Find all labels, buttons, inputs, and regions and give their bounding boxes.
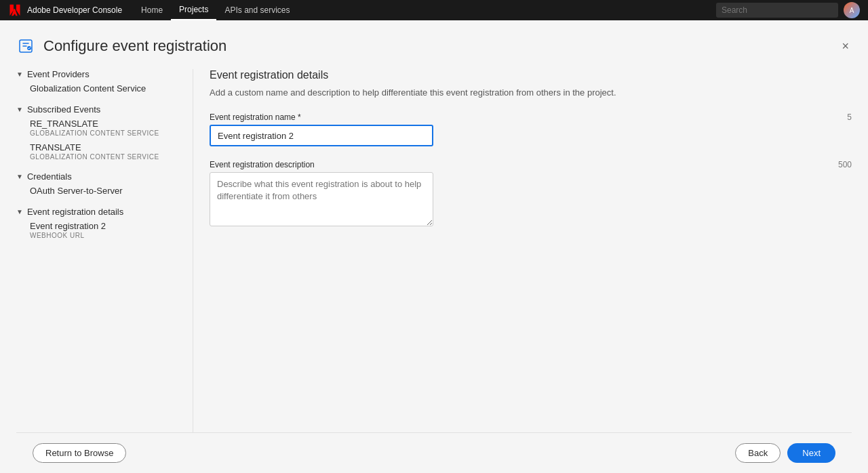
- credentials-label: Credentials: [27, 171, 72, 182]
- next-button[interactable]: Next: [787, 443, 835, 463]
- chevron-down-icon: ▼: [16, 208, 23, 215]
- nav-home[interactable]: Home: [133, 0, 171, 20]
- chevron-down-icon: ▼: [16, 70, 23, 78]
- configure-event-icon: [16, 37, 35, 56]
- subscribed-events-label: Subscribed Events: [27, 104, 100, 115]
- back-button[interactable]: Back: [735, 443, 781, 463]
- event-registration-details-label: Event registration details: [27, 207, 123, 217]
- name-input[interactable]: [210, 125, 433, 146]
- page-title: Configure event registration: [43, 37, 226, 55]
- desc-textarea[interactable]: [210, 172, 433, 226]
- search-input[interactable]: [716, 3, 838, 18]
- adobe-logo-icon: [8, 3, 22, 17]
- event-registration-desc-field: Event registration description 500: [210, 160, 852, 229]
- sidebar-section-subscribed-events-header[interactable]: ▼ Subscribed Events: [16, 104, 179, 115]
- desc-label-row: Event registration description 500: [210, 160, 852, 169]
- sidebar-item-re-translate: RE_TRANSLATE GLOBALIZATION CONTENT SERVI…: [16, 119, 179, 137]
- form-area: Event registration details Add a custom …: [193, 69, 852, 432]
- sidebar-section-event-registration-details: ▼ Event registration details Event regis…: [16, 207, 179, 239]
- top-navigation: Adobe Developer Console Home Projects AP…: [0, 0, 868, 20]
- main-content: Configure event registration × ▼ Event P…: [0, 20, 868, 473]
- sidebar-item-oauth: OAuth Server-to-Server: [16, 186, 179, 196]
- sidebar-item-event-registration-2: Event registration 2 WEBHOOK URL: [16, 221, 179, 239]
- chevron-down-icon: ▼: [16, 173, 23, 180]
- event-providers-label: Event Providers: [27, 69, 90, 79]
- footer-right: Back Next: [735, 443, 835, 463]
- close-button[interactable]: ×: [839, 37, 852, 55]
- event-registration-name-field: Event registration name * 5: [210, 112, 852, 146]
- sidebar-section-event-providers-header[interactable]: ▼ Event Providers: [16, 69, 179, 79]
- form-description: Add a custom name and description to hel…: [210, 87, 852, 99]
- sidebar: ▼ Event Providers Globalization Content …: [16, 69, 193, 432]
- sidebar-section-event-registration-details-header[interactable]: ▼ Event registration details: [16, 207, 179, 217]
- name-label: Event registration name *: [210, 112, 301, 122]
- sidebar-item-globalization: Globalization Content Service: [16, 83, 179, 94]
- avatar[interactable]: A: [844, 2, 860, 18]
- brand-logo: Adobe Developer Console: [8, 3, 122, 17]
- nav-apis[interactable]: APIs and services: [216, 0, 298, 20]
- sidebar-section-subscribed-events: ▼ Subscribed Events RE_TRANSLATE GLOBALI…: [16, 104, 179, 161]
- nav-projects[interactable]: Projects: [171, 0, 216, 20]
- sidebar-section-credentials-header[interactable]: ▼ Credentials: [16, 171, 179, 182]
- footer: Return to Browse Back Next: [16, 432, 852, 473]
- name-counter: 5: [847, 112, 852, 122]
- layout: ▼ Event Providers Globalization Content …: [16, 69, 852, 432]
- nav-links: Home Projects APIs and services: [133, 0, 705, 20]
- topnav-right: A: [716, 2, 860, 18]
- sidebar-section-credentials: ▼ Credentials OAuth Server-to-Server: [16, 171, 179, 196]
- app-title: Adobe Developer Console: [27, 5, 122, 15]
- desc-counter: 500: [838, 160, 852, 169]
- chevron-down-icon: ▼: [16, 106, 23, 113]
- return-to-browse-button[interactable]: Return to Browse: [33, 443, 126, 463]
- form-section-title: Event registration details: [210, 69, 852, 81]
- sidebar-item-translate: TRANSLATE GLOBALIZATION CONTENT SERVICE: [16, 142, 179, 161]
- name-label-row: Event registration name * 5: [210, 112, 852, 122]
- page-header: Configure event registration ×: [16, 37, 852, 56]
- desc-label: Event registration description: [210, 160, 315, 169]
- sidebar-section-event-providers: ▼ Event Providers Globalization Content …: [16, 69, 179, 94]
